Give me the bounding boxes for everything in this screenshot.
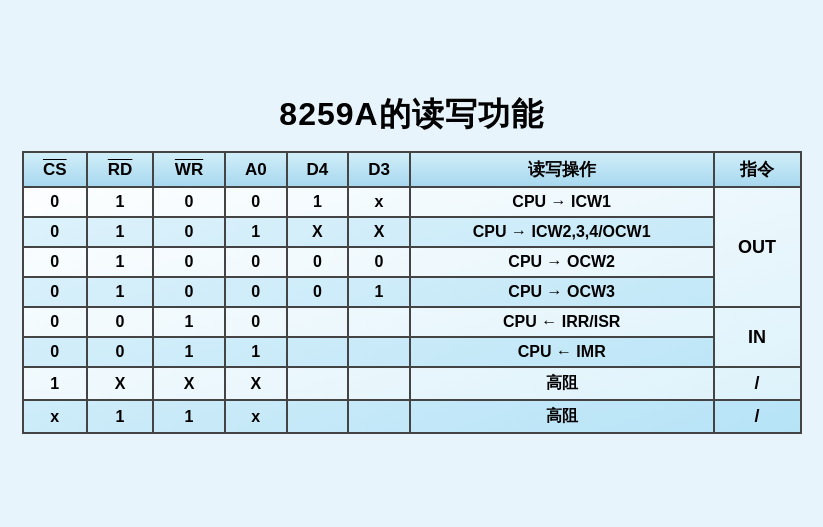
cell-a0: 0	[225, 277, 287, 307]
cell-cs: x	[23, 400, 88, 433]
cell-a0: 0	[225, 307, 287, 337]
cell-rd: 1	[87, 277, 153, 307]
cell-wr: 0	[153, 187, 225, 217]
cell-d4: 0	[287, 277, 349, 307]
page-title: 8259A的读写功能	[279, 93, 543, 137]
cell-d3	[348, 367, 410, 400]
cell-wr: X	[153, 367, 225, 400]
table-row: 0 1 0 0 1 x CPU → ICW1 OUT	[23, 187, 801, 217]
cell-d3: x	[348, 187, 410, 217]
cell-instr: /	[714, 400, 801, 433]
cell-rd: 1	[87, 400, 153, 433]
cell-rd: 0	[87, 337, 153, 367]
cell-wr: 0	[153, 247, 225, 277]
cell-op: CPU ← IRR/ISR	[410, 307, 714, 337]
cell-op: CPU → OCW3	[410, 277, 714, 307]
cell-d3	[348, 337, 410, 367]
cell-instr: IN	[714, 307, 801, 367]
cell-instr: /	[714, 367, 801, 400]
cell-rd: X	[87, 367, 153, 400]
cell-d4	[287, 307, 349, 337]
cell-a0: 0	[225, 247, 287, 277]
header-rw-op: 读写操作	[410, 152, 714, 187]
cell-op: CPU ← IMR	[410, 337, 714, 367]
cell-d4: 1	[287, 187, 349, 217]
cell-wr: 0	[153, 217, 225, 247]
cell-cs: 0	[23, 277, 88, 307]
cell-wr: 1	[153, 400, 225, 433]
cell-d4	[287, 337, 349, 367]
cell-a0: 1	[225, 217, 287, 247]
cell-d4: X	[287, 217, 349, 247]
main-table: CS RD WR A0 D4 D3 读写操作 指令 0 1 0 0 1 x CP…	[22, 151, 802, 434]
cell-a0: X	[225, 367, 287, 400]
cell-op: CPU → ICW2,3,4/OCW1	[410, 217, 714, 247]
cell-d3	[348, 307, 410, 337]
header-rd: RD	[87, 152, 153, 187]
cell-d3	[348, 400, 410, 433]
cell-d4: 0	[287, 247, 349, 277]
cell-wr: 0	[153, 277, 225, 307]
cell-d3: 1	[348, 277, 410, 307]
cell-rd: 1	[87, 187, 153, 217]
cell-cs: 0	[23, 307, 88, 337]
cell-cs: 0	[23, 247, 88, 277]
cell-rd: 1	[87, 247, 153, 277]
cell-d4	[287, 367, 349, 400]
cell-op: CPU → ICW1	[410, 187, 714, 217]
cell-rd: 1	[87, 217, 153, 247]
cell-a0: 1	[225, 337, 287, 367]
cell-d3: 0	[348, 247, 410, 277]
header-wr: WR	[153, 152, 225, 187]
cell-a0: x	[225, 400, 287, 433]
cell-op: 高阻	[410, 367, 714, 400]
cell-cs: 0	[23, 217, 88, 247]
cell-cs: 0	[23, 337, 88, 367]
cell-op: 高阻	[410, 400, 714, 433]
table-row: 0 1 0 0 0 0 CPU → OCW2	[23, 247, 801, 277]
cell-rd: 0	[87, 307, 153, 337]
cell-a0: 0	[225, 187, 287, 217]
cell-d4	[287, 400, 349, 433]
cell-op: CPU → OCW2	[410, 247, 714, 277]
table-row: 1 X X X 高阻 /	[23, 367, 801, 400]
cell-wr: 1	[153, 337, 225, 367]
table-row: 0 1 0 1 X X CPU → ICW2,3,4/OCW1	[23, 217, 801, 247]
cell-cs: 0	[23, 187, 88, 217]
table-row: x 1 1 x 高阻 /	[23, 400, 801, 433]
header-a0: A0	[225, 152, 287, 187]
table-row: 0 0 1 1 CPU ← IMR	[23, 337, 801, 367]
cell-cs: 1	[23, 367, 88, 400]
header-cs: CS	[23, 152, 88, 187]
cell-wr: 1	[153, 307, 225, 337]
header-d4: D4	[287, 152, 349, 187]
header-d3: D3	[348, 152, 410, 187]
cell-d3: X	[348, 217, 410, 247]
table-row: 0 1 0 0 0 1 CPU → OCW3	[23, 277, 801, 307]
cell-instr: OUT	[714, 187, 801, 307]
header-instr: 指令	[714, 152, 801, 187]
table-row: 0 0 1 0 CPU ← IRR/ISR IN	[23, 307, 801, 337]
